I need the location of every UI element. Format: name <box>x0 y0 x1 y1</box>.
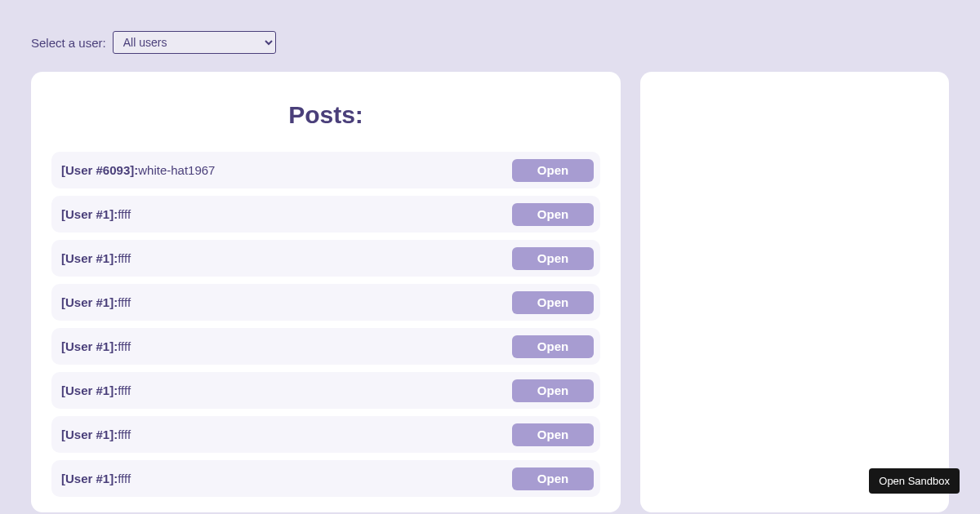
panels-container: Posts: [User #6093]:white-hat1967Open[Us… <box>0 54 980 512</box>
post-label: [User #6093]:white-hat1967 <box>61 163 215 177</box>
post-user-prefix: [User #6093]: <box>61 163 138 177</box>
posts-panel: Posts: [User #6093]:white-hat1967Open[Us… <box>31 72 621 512</box>
post-title: ffff <box>118 207 131 221</box>
post-user-prefix: [User #1]: <box>61 207 118 221</box>
post-row: [User #1]:ffffOpen <box>51 196 600 233</box>
post-label: [User #1]:ffff <box>61 339 131 353</box>
open-post-button[interactable]: Open <box>512 203 594 226</box>
post-user-prefix: [User #1]: <box>61 295 118 309</box>
post-user-prefix: [User #1]: <box>61 472 118 485</box>
post-title: ffff <box>118 428 131 441</box>
post-row: [User #1]:ffffOpen <box>51 372 600 409</box>
post-label: [User #1]:ffff <box>61 472 131 485</box>
posts-title: Posts: <box>51 101 600 129</box>
posts-list: [User #6093]:white-hat1967Open[User #1]:… <box>51 152 600 497</box>
open-post-button[interactable]: Open <box>512 379 594 402</box>
select-user-label: Select a user: <box>31 36 106 50</box>
open-post-button[interactable]: Open <box>512 335 594 358</box>
open-post-button[interactable]: Open <box>512 291 594 314</box>
post-title: ffff <box>118 295 131 309</box>
open-post-button[interactable]: Open <box>512 467 594 490</box>
user-select-row: Select a user: All users <box>0 0 980 54</box>
post-row: [User #1]:ffffOpen <box>51 240 600 277</box>
post-user-prefix: [User #1]: <box>61 251 118 265</box>
post-title: white-hat1967 <box>138 163 215 177</box>
open-post-button[interactable]: Open <box>512 247 594 270</box>
post-label: [User #1]:ffff <box>61 207 131 221</box>
post-row: [User #1]:ffffOpen <box>51 284 600 321</box>
post-title: ffff <box>118 472 131 485</box>
post-row: [User #1]:ffffOpen <box>51 460 600 497</box>
post-user-prefix: [User #1]: <box>61 428 118 441</box>
post-title: ffff <box>118 251 131 265</box>
post-user-prefix: [User #1]: <box>61 383 118 397</box>
open-sandbox-button[interactable]: Open Sandbox <box>869 468 960 494</box>
post-row: [User #1]:ffffOpen <box>51 328 600 365</box>
post-label: [User #1]:ffff <box>61 251 131 265</box>
post-row: [User #6093]:white-hat1967Open <box>51 152 600 188</box>
post-label: [User #1]:ffff <box>61 428 131 441</box>
post-row: [User #1]:ffffOpen <box>51 416 600 453</box>
open-post-button[interactable]: Open <box>512 423 594 446</box>
post-label: [User #1]:ffff <box>61 295 131 309</box>
post-title: ffff <box>118 383 131 397</box>
post-label: [User #1]:ffff <box>61 383 131 397</box>
user-select[interactable]: All users <box>113 31 276 54</box>
post-title: ffff <box>118 339 131 353</box>
detail-panel <box>640 72 949 512</box>
post-user-prefix: [User #1]: <box>61 339 118 353</box>
open-post-button[interactable]: Open <box>512 159 594 182</box>
